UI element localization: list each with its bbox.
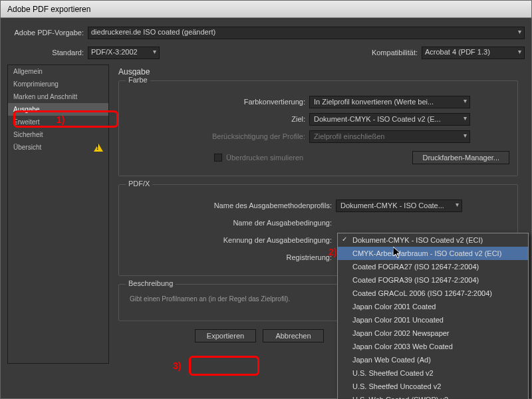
dropdown-option[interactable]: Coated GRACoL 2006 (ISO 12647-2:2004) (338, 287, 528, 300)
simulate-overprint-checkbox (214, 154, 222, 162)
pdfx-group-title: PDF/X (126, 180, 152, 188)
category-sidebar: Allgemein Komprimierung Marken und Ansch… (7, 65, 109, 364)
sidebar-item-compression[interactable]: Komprimierung (8, 78, 108, 90)
compat-label: Kompatibilität: (372, 49, 418, 57)
svg-marker-0 (393, 247, 400, 258)
simulate-overprint-label: Überdrucken simulieren (226, 154, 303, 162)
cancel-button[interactable]: Abbrechen (263, 329, 324, 342)
check-icon: ✓ (342, 235, 347, 243)
warning-icon (94, 144, 103, 152)
dropdown-option[interactable]: ✓Dokument-CMYK - ISO Coated v2 (ECI) (338, 233, 528, 247)
description-group-title: Beschreibung (126, 279, 176, 287)
standard-row: Standard: PDF/X-3:2002 Kompatibilität: A… (7, 45, 525, 61)
dropdown-option-label: Coated FOGRA39 (ISO 12647-2:2004) (352, 276, 479, 284)
dropdown-option[interactable]: Japan Web Coated (Ad) (338, 353, 528, 366)
cursor-icon (393, 247, 402, 259)
dropdown-option-label: Japan Color 2001 Coated (352, 303, 436, 311)
ink-manager-button[interactable]: Druckfarben-Manager... (412, 151, 509, 164)
dropdown-option-label: Japan Color 2002 Newspaper (352, 329, 450, 337)
preset-select[interactable]: diedruckerei.de ISO coated (geändert) (88, 27, 525, 39)
titlebar: Adobe PDF exportieren (1, 1, 531, 18)
output-condition-id-label: Kennung der Ausgabebedingung: (127, 236, 332, 244)
color-conversion-select[interactable]: In Zielprofil konvertieren (Werte bei... (309, 96, 470, 108)
color-group: Farbe Farbkonvertierung: In Zielprofil k… (118, 80, 518, 176)
dropdown-option-label: Japan Web Coated (Ad) (352, 356, 431, 364)
profile-inclusion-label: Berücksichtigung der Profile: (127, 132, 305, 140)
registry-label: Registrierung: (127, 253, 332, 261)
dropdown-option[interactable]: CMYK-Arbeitsfarbraum - ISO Coated v2 (EC… (338, 247, 528, 260)
dropdown-option[interactable]: U.S. Sheetfed Coated v2 (338, 366, 528, 380)
window-title: Adobe PDF exportieren (7, 5, 90, 14)
dropdown-option[interactable]: Japan Color 2001 Uncoated (338, 313, 528, 327)
sidebar-item-summary[interactable]: Übersicht (8, 141, 108, 154)
dropdown-option-label: Japan Color 2001 Uncoated (352, 316, 444, 324)
sidebar-item-label: Übersicht (13, 144, 41, 151)
compat-select[interactable]: Acrobat 4 (PDF 1.3) (422, 47, 525, 59)
annotation-number-1: 1) (57, 114, 65, 125)
output-profile-name-label: Name des Ausgabemethodenprofils: (127, 201, 332, 209)
dropdown-option-label: U.S. Sheetfed Coated v2 (352, 369, 434, 377)
dropdown-option-label: Coated FOGRA27 (ISO 12647-2:2004) (352, 263, 479, 271)
panel-heading: Ausgabe (118, 67, 518, 76)
dropdown-option-label: CMYK-Arbeitsfarbraum - ISO Coated v2 (EC… (352, 249, 501, 257)
dropdown-option[interactable]: U.S. Web Coated (SWOP) v2 (338, 393, 528, 399)
dropdown-option[interactable]: Japan Color 2002 Newspaper (338, 327, 528, 340)
preset-row: Adobe PDF-Vorgabe: diedruckerei.de ISO c… (7, 25, 525, 41)
annotation-number-2: 2) (329, 247, 336, 257)
color-conversion-label: Farbkonvertierung: (127, 98, 305, 106)
sidebar-item-security[interactable]: Sicherheit (8, 128, 108, 141)
sidebar-item-general[interactable]: Allgemein (8, 65, 108, 78)
export-button[interactable]: Exportieren (195, 329, 256, 342)
destination-label: Ziel: (127, 115, 305, 123)
dropdown-option-label: Japan Color 2003 Web Coated (352, 342, 453, 350)
output-profile-dropdown-menu[interactable]: ✓Dokument-CMYK - ISO Coated v2 (ECI)CMYK… (337, 233, 529, 399)
color-group-title: Farbe (126, 76, 150, 84)
dropdown-option[interactable]: Coated FOGRA39 (ISO 12647-2:2004) (338, 273, 528, 287)
dropdown-option-label: Coated GRACoL 2006 (ISO 12647-2:2004) (352, 289, 492, 297)
dropdown-option[interactable]: Coated FOGRA27 (ISO 12647-2:2004) (338, 260, 528, 273)
dropdown-option-label: U.S. Web Coated (SWOP) v2 (352, 396, 448, 399)
output-profile-name-select[interactable]: Dokument-CMYK - ISO Coate... (336, 200, 462, 212)
destination-select[interactable]: Dokument-CMYK - ISO Coated v2 (E... (309, 113, 470, 126)
dropdown-option[interactable]: U.S. Sheetfed Uncoated v2 (338, 380, 528, 393)
dropdown-option[interactable]: Japan Color 2003 Web Coated (338, 340, 528, 353)
preset-label: Adobe PDF-Vorgabe: (7, 29, 84, 37)
profile-inclusion-select: Zielprofil einschließen (309, 130, 470, 143)
standard-label: Standard: (7, 49, 84, 57)
output-condition-name-label: Name der Ausgabebedingung: (127, 219, 332, 227)
dropdown-option[interactable]: Japan Color 2001 Coated (338, 300, 528, 313)
dropdown-option-label: U.S. Sheetfed Uncoated v2 (352, 382, 441, 390)
standard-select[interactable]: PDF/X-3:2002 (88, 47, 160, 59)
annotation-number-3: 3) (173, 360, 181, 371)
dropdown-option-label: Dokument-CMYK - ISO Coated v2 (ECI) (352, 236, 483, 244)
sidebar-item-marks[interactable]: Marken und Anschnitt (8, 90, 108, 103)
